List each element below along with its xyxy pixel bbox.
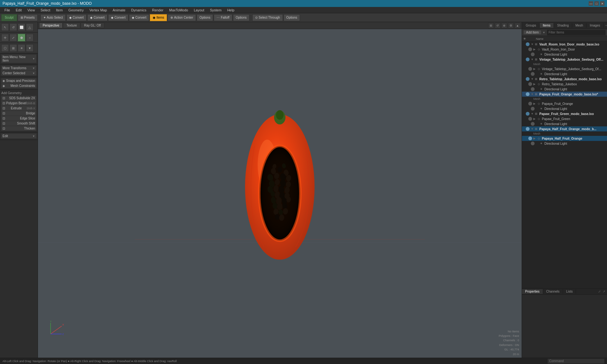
vis-dir-light-1[interactable]: [531, 52, 535, 56]
select-through-button[interactable]: ⊙ Select Through: [252, 14, 283, 21]
item-papaw-lxo[interactable]: ▼ ⊞ Papaw_Fruit_Green_modo_base.lxo: [522, 111, 607, 116]
vis-dir-light-6[interactable]: [531, 142, 535, 145]
item-retro-lxo[interactable]: ▼ ⊞ Retro_Tabletop_Jukebox_modo_base.lxo: [522, 76, 607, 82]
auto-select-button[interactable]: ✦ Auto Select: [40, 14, 66, 21]
item-directional-light-4[interactable]: ☀ Directional Light: [522, 106, 607, 111]
viewport-expand-icon[interactable]: ▲: [515, 23, 520, 28]
viewport-fit-icon[interactable]: ⊞: [488, 23, 494, 28]
item-directional-light-1[interactable]: ☀ Directional Light: [522, 52, 607, 57]
vis-papaw[interactable]: [526, 112, 530, 116]
menu-item[interactable]: Item: [53, 8, 65, 13]
tab-mesh[interactable]: Mesh: [572, 23, 586, 28]
viewport-focus-icon[interactable]: ⊕: [501, 23, 507, 28]
vis-vault-room[interactable]: [526, 42, 530, 46]
item-menu-button[interactable]: Item Menu: New Item ▼: [1, 55, 36, 63]
vis-dir-light-3[interactable]: [531, 87, 535, 91]
maximize-button[interactable]: □: [594, 1, 599, 6]
item-directional-light-3[interactable]: ☀ Directional Light: [522, 87, 607, 92]
edge-slice-button[interactable]: ⊡ Edge Slice: [1, 116, 36, 121]
menu-render[interactable]: Render: [150, 8, 166, 13]
tab-shading[interactable]: Shading: [554, 23, 572, 28]
vis-vault-door[interactable]: [528, 47, 532, 51]
bridge-button[interactable]: ⊡ Bridge: [1, 111, 36, 116]
brush-icon[interactable]: ⬟: [18, 34, 25, 41]
viewport-tab-raygl[interactable]: Ray GL: Off: [81, 23, 104, 28]
sds-subdivide-button[interactable]: ⊡ SDS Subdivide 2X: [1, 96, 36, 100]
vis-dir-light-4[interactable]: [531, 107, 535, 111]
item-papaya-fruit[interactable]: ▶ ◇ Papaya_Fruit_Orange: [522, 101, 607, 106]
add-item-button[interactable]: Add Item: [523, 30, 542, 35]
tab-items[interactable]: Items: [540, 23, 554, 28]
edit-button[interactable]: Edit ▼: [1, 134, 36, 138]
item-papaya-half-item[interactable]: ▶ ◇ Papaya_Half_Fruit_Orange: [522, 136, 607, 141]
camera-icon[interactable]: ▼: [26, 44, 34, 52]
viewport[interactable]: Perspective Texture Ray GL: Off ⊞ ↺ ⊕ ⚙ …: [38, 22, 522, 358]
presets-button[interactable]: ⊞ Presets: [18, 14, 38, 21]
select-icon[interactable]: ↖: [1, 23, 9, 31]
triangle-icon[interactable]: △: [26, 23, 34, 31]
menu-view[interactable]: View: [25, 8, 38, 13]
convert-button-2[interactable]: ◆ Convert: [87, 14, 107, 21]
vis-papaya-item[interactable]: [528, 102, 532, 106]
vis-retro[interactable]: [526, 77, 530, 81]
sphere-icon[interactable]: ○: [26, 34, 34, 41]
scale-icon[interactable]: ⤢: [9, 34, 17, 41]
light-icon[interactable]: ☀: [18, 44, 25, 52]
vis-papaw-item[interactable]: [528, 117, 532, 121]
smooth-shift-button[interactable]: ⊡ Smooth Shift: [1, 121, 36, 126]
viewport-tab-perspective[interactable]: Perspective: [39, 23, 63, 28]
item-papaya-half-lxo[interactable]: ▼ ⊞ Papaya_Half_Fruit_Orange_modo_b...: [522, 126, 607, 131]
item-directional-light-2[interactable]: ☀ Directional Light: [522, 71, 607, 76]
vis-vintage-item[interactable]: [528, 67, 532, 71]
snaps-precision-button[interactable]: ◈ Snaps and Precision: [1, 78, 36, 83]
sculpt-button[interactable]: Sculpt: [1, 14, 17, 21]
thicken-button[interactable]: ⊡ Thicken: [1, 126, 36, 131]
vis-vintage[interactable]: [526, 58, 530, 61]
item-papaya-fruit-lxo[interactable]: ▼ ⊞ Papaya_Fruit_Orange_modo_base.lxo*: [522, 92, 607, 97]
item-vintage-lxo[interactable]: ▼ ⊞ Vintage_Tabletop_Jukebox_Seeburg_Off…: [522, 57, 607, 62]
options-button-3[interactable]: Options: [284, 14, 300, 21]
viewport-orbit-icon[interactable]: ↺: [495, 23, 500, 28]
rotate-icon[interactable]: ↺: [9, 23, 17, 31]
cube-icon[interactable]: ⬜: [18, 23, 25, 31]
more-transforms-button[interactable]: More Transforms ▼: [1, 66, 36, 70]
tab-images[interactable]: Images: [586, 23, 604, 28]
tab-channels[interactable]: Channels: [543, 289, 563, 294]
item-papaw-item[interactable]: ▶ ◇ Papaw_Fruit_Green: [522, 116, 607, 121]
convert-button-3[interactable]: ◆ Convert: [108, 14, 128, 21]
menu-geometry[interactable]: Geometry: [66, 8, 86, 13]
menu-help[interactable]: Help: [225, 8, 237, 13]
properties-expand-icon[interactable]: ⤢: [598, 289, 601, 294]
menu-vertex-map[interactable]: Vertex Map: [87, 8, 110, 13]
right-tab-add-icon[interactable]: +: [604, 23, 607, 28]
viewport-settings-icon[interactable]: ⚙: [508, 23, 514, 28]
options-button-2[interactable]: Options: [233, 14, 249, 21]
item-directional-light-6[interactable]: ☀ Directional Light: [522, 141, 607, 146]
vis-dir-light-5[interactable]: [531, 122, 535, 126]
vis-retro-item[interactable]: [528, 82, 532, 86]
tab-lists[interactable]: Lists: [563, 289, 576, 294]
move-icon[interactable]: ✛: [1, 34, 9, 41]
viewport-tab-texture[interactable]: Texture: [63, 23, 80, 28]
vis-papaya-half-item[interactable]: [528, 136, 532, 140]
command-input[interactable]: [548, 359, 604, 364]
item-directional-light-5[interactable]: ☀ Directional Light: [522, 121, 607, 126]
grid-icon[interactable]: ⊞: [9, 44, 17, 52]
tab-properties[interactable]: Properties: [522, 289, 543, 294]
falloff-button[interactable]: ⋯ Falloff: [214, 14, 232, 21]
menu-maxtomodo[interactable]: MaxToModo: [167, 8, 191, 13]
dropdown-icon[interactable]: ▼: [543, 31, 545, 34]
convert-button-4[interactable]: ◆ Convert: [129, 14, 149, 21]
properties-popout-icon[interactable]: ↗: [602, 289, 606, 294]
vis-papaya-half[interactable]: [526, 127, 530, 131]
tab-groups[interactable]: Groups: [523, 23, 540, 28]
vis-dir-light-2[interactable]: [531, 72, 535, 76]
mesh-icon[interactable]: ⬡: [1, 44, 9, 52]
action-center-button[interactable]: ⊕ Action Center: [168, 14, 196, 21]
options-button-1[interactable]: Options: [197, 14, 213, 21]
menu-animate[interactable]: Animate: [110, 8, 128, 13]
filter-items-input[interactable]: [547, 30, 606, 35]
menu-select[interactable]: Select: [38, 8, 53, 13]
menu-edit[interactable]: Edit: [13, 8, 24, 13]
convert-button-1[interactable]: ◆ Convert: [66, 14, 87, 21]
